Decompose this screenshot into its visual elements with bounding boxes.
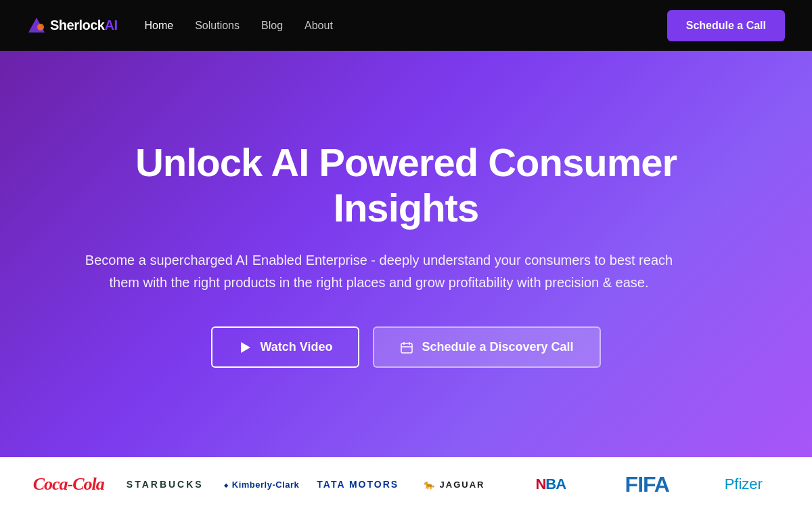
navbar: SherlockAI Home Solutions Blog About Sch… bbox=[0, 0, 812, 51]
logo-tata-motors: TATA MOTORS bbox=[317, 479, 400, 490]
nav-links: Home Solutions Blog About bbox=[144, 20, 667, 32]
hero-section: Unlock AI Powered Consumer Insights Beco… bbox=[0, 51, 812, 457]
svg-point-1 bbox=[37, 24, 44, 30]
hero-title: Unlock AI Powered Consumer Insights bbox=[81, 140, 731, 230]
logo-jaguar: 🐆 JAGUAR bbox=[413, 480, 496, 490]
nav-solutions[interactable]: Solutions bbox=[195, 20, 240, 32]
hero-content: Unlock AI Powered Consumer Insights Beco… bbox=[81, 140, 731, 368]
logo-kimberly-clark: ⬥ Kimberly-Clark bbox=[220, 480, 303, 490]
hero-buttons: Watch Video Schedule a Discovery Call bbox=[81, 326, 731, 368]
logo-starbucks: STARBUCKS bbox=[124, 479, 207, 490]
svg-marker-2 bbox=[241, 342, 250, 353]
svg-rect-3 bbox=[401, 343, 412, 353]
nav-blog[interactable]: Blog bbox=[261, 20, 283, 32]
hero-subtitle: Become a supercharged AI Enabled Enterpr… bbox=[81, 249, 677, 294]
logo-nba: NBA bbox=[510, 475, 593, 493]
brand-name: SherlockAI bbox=[50, 18, 117, 33]
logo-pfizer: Pfizer bbox=[702, 475, 786, 493]
watch-video-button[interactable]: Watch Video bbox=[211, 326, 359, 368]
schedule-discovery-label: Schedule a Discovery Call bbox=[422, 340, 573, 354]
logo-fifa: FIFA bbox=[606, 472, 689, 497]
logos-bar: Coca-Cola STARBUCKS ⬥ Kimberly-Clark TAT… bbox=[0, 457, 812, 508]
watch-video-label: Watch Video bbox=[260, 340, 332, 354]
schedule-call-button[interactable]: Schedule a Call bbox=[667, 10, 785, 41]
nav-home[interactable]: Home bbox=[144, 20, 173, 32]
nav-about[interactable]: About bbox=[304, 20, 333, 32]
schedule-discovery-button[interactable]: Schedule a Discovery Call bbox=[373, 326, 600, 368]
calendar-icon bbox=[400, 341, 413, 354]
logo-link[interactable]: SherlockAI bbox=[27, 16, 117, 35]
logo-icon bbox=[27, 16, 46, 35]
logo-coca-cola: Coca-Cola bbox=[27, 474, 110, 494]
play-icon bbox=[238, 341, 252, 354]
